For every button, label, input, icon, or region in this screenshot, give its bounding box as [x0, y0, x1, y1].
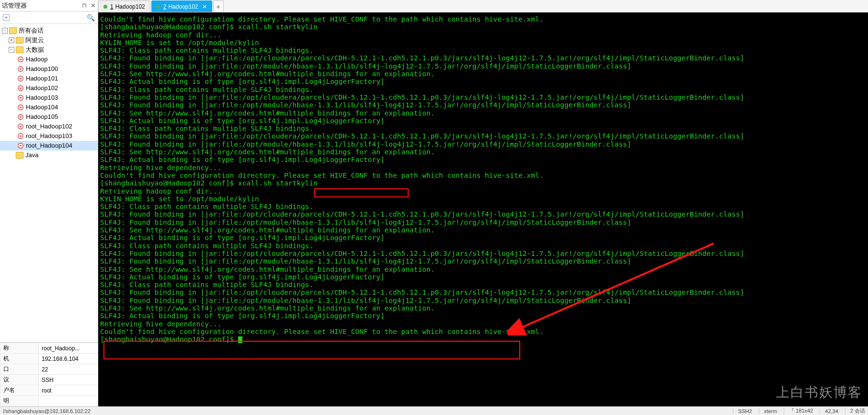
- tree-group-aliyun[interactable]: +阿里云: [0, 35, 98, 45]
- prop-key: 机: [0, 354, 39, 364]
- session-icon: [17, 104, 24, 111]
- session-tree: −所有会话 +阿里云 −大数据 HadoopHadoop100Hadoop101…: [0, 24, 98, 162]
- tree-label: 所有会话: [19, 26, 44, 35]
- folder-icon: [9, 27, 17, 34]
- close-tab-icon[interactable]: ✕: [202, 3, 207, 10]
- tree-group-java[interactable]: Java: [0, 150, 98, 160]
- status-cursor: 42,34: [820, 408, 838, 414]
- collapse-icon[interactable]: −: [9, 47, 14, 53]
- search-row[interactable]: ▾ 🔍: [0, 12, 98, 24]
- session-label: Hadoop105: [26, 112, 58, 122]
- prop-value: SSH: [39, 375, 98, 385]
- tab-label: Hadoop102: [168, 3, 198, 10]
- session-icon: [17, 133, 24, 139]
- status-dot-icon: [157, 5, 160, 9]
- session-label: root_Hadoop102: [26, 122, 72, 131]
- prop-value: [39, 396, 98, 406]
- session-item[interactable]: Hadoop102: [0, 83, 98, 93]
- session-label: Hadoop100: [26, 64, 58, 74]
- session-item[interactable]: root_Hadoop102: [0, 122, 98, 131]
- session-icon: [17, 114, 24, 120]
- session-item[interactable]: Hadoop100: [0, 64, 98, 74]
- session-label: root_Hadoop103: [26, 131, 72, 141]
- session-icon: [17, 94, 24, 101]
- session-item[interactable]: Hadoop104: [0, 103, 98, 112]
- session-item[interactable]: Hadoop: [0, 55, 98, 64]
- folder-icon: [16, 152, 23, 159]
- session-label: Hadoop102: [26, 83, 58, 93]
- expand-icon[interactable]: +: [9, 37, 14, 43]
- session-item[interactable]: Hadoop103: [0, 93, 98, 103]
- prop-value: 22: [39, 364, 98, 375]
- prop-key: 户名: [0, 385, 39, 396]
- tab-number: 2: [163, 3, 167, 10]
- session-item[interactable]: Hadoop101: [0, 74, 98, 83]
- session-item[interactable]: root_Hadoop103: [0, 131, 98, 141]
- tree-label: Java: [25, 150, 38, 160]
- prop-key: 称: [0, 343, 39, 354]
- session-label: Hadoop: [26, 55, 48, 64]
- prop-value: root: [39, 385, 98, 396]
- session-properties: 称root_Hadoop...机192.168.6.104口22议SSH户名ro…: [0, 342, 98, 406]
- session-manager-sidebar: 话管理器 ⊓ ✕ ▾ 🔍 −所有会话 +阿里云 −大数据 HadoopHadoo…: [0, 0, 98, 350]
- terminal-tabs: 1 Hadoop102 2 Hadoop102 ✕ +: [98, 0, 868, 12]
- tree-root[interactable]: −所有会话: [0, 26, 98, 35]
- property-row: 明: [0, 396, 98, 406]
- status-protocol: SSH2: [733, 408, 752, 414]
- property-row: 称root_Hadoop...: [0, 343, 98, 354]
- search-icon[interactable]: 🔍: [87, 14, 95, 22]
- sidebar-header: 话管理器 ⊓ ✕: [0, 0, 98, 12]
- tab-hadoop102-2[interactable]: 2 Hadoop102 ✕: [151, 0, 212, 12]
- session-icon: [17, 142, 24, 149]
- folder-icon: [16, 46, 23, 53]
- close-icon[interactable]: ✕: [91, 2, 96, 9]
- folder-icon: [16, 37, 23, 44]
- prop-key: 明: [0, 396, 39, 406]
- filter-dropdown-icon[interactable]: ▾: [3, 14, 10, 21]
- properties-table: 称root_Hadoop...机192.168.6.104口22议SSH户名ro…: [0, 343, 98, 406]
- tab-number: 1: [110, 3, 114, 10]
- property-row: 机192.168.6.104: [0, 354, 98, 364]
- property-row: 议SSH: [0, 375, 98, 385]
- session-icon: [17, 123, 24, 130]
- terminal-output[interactable]: Couldn't find hive configuration directo…: [98, 12, 868, 406]
- status-bar: //shangbaishuyao@192.168.6.102:22 SSH2 x…: [0, 406, 868, 415]
- tree-label: 阿里云: [25, 35, 44, 45]
- collapse-icon[interactable]: −: [2, 28, 8, 34]
- session-label: Hadoop104: [26, 103, 58, 112]
- session-label: root_Hadoop104: [26, 141, 72, 150]
- status-term: xterm: [759, 408, 777, 414]
- tree-label: 大数据: [25, 45, 44, 55]
- session-label: Hadoop101: [26, 74, 58, 83]
- pin-icon[interactable]: ⊓: [82, 2, 87, 9]
- property-row: 户名root: [0, 385, 98, 396]
- status-sessions: 2 会话: [845, 407, 865, 415]
- session-icon: [17, 85, 24, 92]
- prop-value: 192.168.6.104: [39, 354, 98, 364]
- session-icon: [17, 66, 24, 72]
- tab-label: Hadoop102: [115, 3, 145, 10]
- property-row: 口22: [0, 364, 98, 375]
- session-item[interactable]: Hadoop105: [0, 112, 98, 122]
- prop-key: 议: [0, 375, 39, 385]
- session-item[interactable]: root_Hadoop104: [0, 141, 98, 150]
- tab-hadoop102-1[interactable]: 1 Hadoop102: [98, 0, 150, 12]
- session-label: Hadoop103: [26, 93, 58, 103]
- session-icon: [17, 56, 24, 63]
- session-icon: [17, 75, 24, 82]
- prop-key: 口: [0, 364, 39, 375]
- status-size: 『 181x42: [784, 407, 813, 415]
- prop-value: root_Hadoop...: [39, 343, 98, 354]
- add-tab-button[interactable]: +: [213, 0, 224, 12]
- sidebar-title: 话管理器: [2, 1, 82, 10]
- status-dot-icon: [103, 5, 107, 9]
- tree-group-bigdata[interactable]: −大数据: [0, 45, 98, 55]
- status-connection: //shangbaishuyao@192.168.6.102:22: [3, 408, 726, 414]
